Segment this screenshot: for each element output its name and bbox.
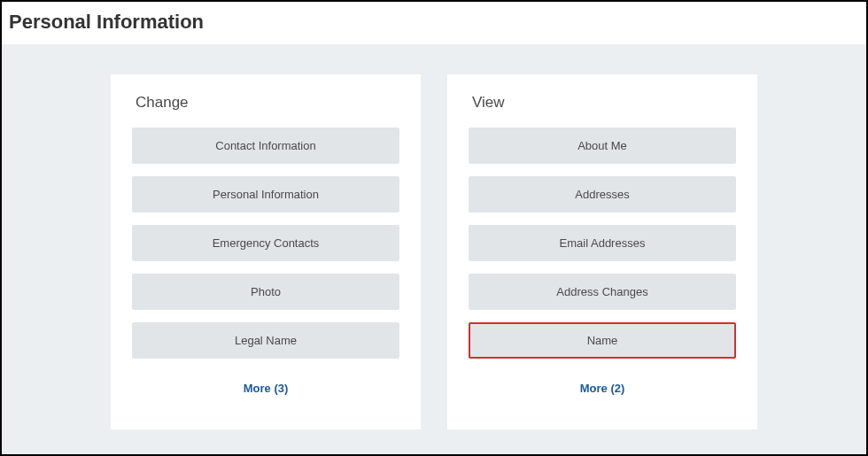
view-about-me-button[interactable]: About Me: [469, 128, 736, 164]
change-photo-button[interactable]: Photo: [132, 274, 399, 310]
view-addresses-button[interactable]: Addresses: [469, 176, 736, 213]
change-personal-information-button[interactable]: Personal Information: [132, 176, 399, 213]
card-view-title: View: [472, 94, 736, 112]
card-change-title: Change: [136, 94, 399, 112]
change-more-link[interactable]: More (3): [132, 376, 399, 400]
change-legal-name-button[interactable]: Legal Name: [132, 322, 399, 359]
change-contact-information-button[interactable]: Contact Information: [132, 128, 399, 164]
card-change: Change Contact Information Personal Info…: [111, 74, 421, 429]
card-view: View About Me Addresses Email Addresses …: [447, 74, 757, 429]
change-emergency-contacts-button[interactable]: Emergency Contacts: [132, 225, 399, 261]
view-more-link[interactable]: More (2): [469, 376, 736, 400]
view-name-button[interactable]: Name: [469, 322, 736, 359]
view-address-changes-button[interactable]: Address Changes: [469, 274, 736, 310]
content-area: Change Contact Information Personal Info…: [2, 44, 866, 454]
page-title: Personal Information: [2, 2, 866, 44]
view-email-addresses-button[interactable]: Email Addresses: [469, 225, 736, 261]
